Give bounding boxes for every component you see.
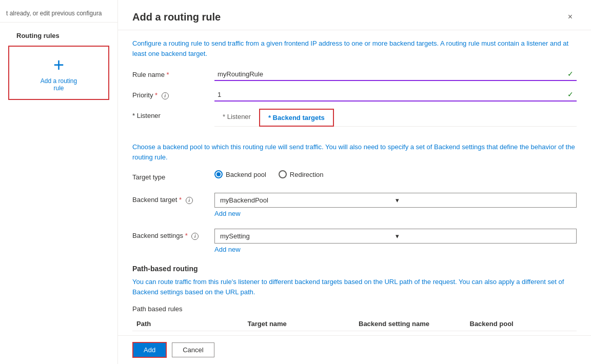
rule-name-row: Rule name * myRoutingRule ✓	[132, 68, 577, 81]
tabs-row: * Listener * Listener * Backend targets	[132, 109, 577, 135]
redirection-radio-label: Redirection	[290, 171, 324, 178]
rule-name-label: Rule name *	[132, 68, 214, 78]
backend-settings-dropdown[interactable]: mySetting ▾	[214, 229, 577, 244]
check-icon: ✓	[567, 70, 574, 78]
dialog-footer: Add Cancel	[118, 335, 591, 364]
priority-input-wrapper[interactable]: 1 ✓	[214, 88, 577, 102]
priority-control: 1 ✓	[214, 88, 577, 102]
redirection-radio-circle	[279, 170, 287, 178]
col-target-name: Target name	[244, 320, 355, 328]
add-routing-rule-card[interactable]: + Add a routingrule	[8, 46, 109, 100]
dialog: Add a routing rule × Configure a routing…	[118, 0, 591, 364]
backend-settings-control: mySetting ▾ Add new	[214, 229, 577, 257]
col-path: Path	[132, 320, 244, 328]
tab-container: * Listener * Backend targets	[214, 109, 577, 127]
redirection-radio[interactable]: Redirection	[279, 170, 324, 178]
backend-description: Choose a backend pool to which this rout…	[132, 142, 577, 162]
dialog-body: Configure a routing rule to send traffic…	[118, 30, 591, 335]
backend-target-label: Backend target * i	[132, 193, 214, 204]
listener-label: * Listener	[132, 109, 214, 119]
backend-target-control: myBackendPool ▾ Add new	[214, 193, 577, 221]
priority-info-icon[interactable]: i	[162, 92, 169, 99]
priority-row: Priority * i 1 ✓	[132, 88, 577, 102]
path-based-rules-label: Path based rules	[132, 305, 577, 313]
col-backend-setting: Backend setting name	[354, 320, 466, 328]
backend-settings-arrow-icon: ▾	[396, 232, 571, 240]
backend-target-info-icon[interactable]: i	[186, 197, 193, 204]
routing-rules-title: Routing rules	[8, 28, 109, 42]
backend-pool-radio-label: Backend pool	[226, 171, 266, 178]
path-routing-title: Path-based routing	[132, 265, 577, 273]
priority-input[interactable]: 1	[218, 91, 567, 98]
tab-backend-targets[interactable]: * Backend targets	[259, 109, 334, 127]
tab-listener[interactable]: * Listener	[214, 109, 259, 127]
add-button[interactable]: Add	[132, 342, 167, 358]
backend-pool-radio[interactable]: Backend pool	[214, 170, 266, 178]
tabs-area: * Listener * Backend targets	[214, 109, 577, 135]
backend-targets-section: Choose a backend pool to which this rout…	[132, 142, 577, 331]
backend-target-arrow-icon: ▾	[396, 196, 571, 204]
sidebar-truncated-text: t already, or edit previous configura	[0, 5, 117, 23]
add-new-backend-link[interactable]: Add new	[214, 210, 577, 217]
priority-check-icon: ✓	[567, 90, 574, 98]
rule-name-control: myRoutingRule ✓	[214, 68, 577, 81]
main-panel: Add a routing rule × Configure a routing…	[118, 0, 591, 364]
add-new-settings-link[interactable]: Add new	[214, 246, 577, 253]
target-type-control: Backend pool Redirection	[214, 170, 577, 186]
target-type-label: Target type	[132, 170, 214, 181]
priority-label: Priority * i	[132, 88, 214, 99]
dialog-title: Add a routing rule	[132, 11, 221, 23]
col-backend-pool: Backend pool	[466, 320, 577, 328]
target-type-row: Target type Backend pool Redirection	[132, 170, 577, 186]
table-header: Path Target name Backend setting name Ba…	[132, 317, 577, 331]
backend-target-row: Backend target * i myBackendPool ▾ Add n…	[132, 193, 577, 221]
path-routing-desc: You can route traffic from this rule's l…	[132, 277, 577, 297]
path-based-section: Path-based routing You can route traffic…	[132, 265, 577, 331]
dialog-description: Configure a routing rule to send traffic…	[132, 38, 577, 58]
radio-group: Backend pool Redirection	[214, 170, 577, 178]
cancel-button[interactable]: Cancel	[172, 342, 214, 357]
backend-settings-value: mySetting	[220, 232, 396, 240]
backend-settings-label: Backend settings * i	[132, 229, 214, 240]
backend-settings-info-icon[interactable]: i	[191, 233, 199, 240]
sidebar: t already, or edit previous configura Ro…	[0, 0, 118, 364]
dialog-header: Add a routing rule ×	[118, 0, 591, 30]
add-icon: +	[53, 56, 64, 74]
close-button[interactable]: ×	[564, 10, 577, 24]
rule-name-input[interactable]: myRoutingRule	[218, 70, 567, 78]
add-rule-label: Add a routingrule	[41, 77, 77, 92]
rule-name-input-wrapper[interactable]: myRoutingRule ✓	[214, 68, 577, 81]
backend-target-value: myBackendPool	[220, 196, 396, 204]
backend-settings-row: Backend settings * i mySetting ▾ Add new	[132, 229, 577, 257]
backend-target-dropdown[interactable]: myBackendPool ▾	[214, 193, 577, 208]
backend-pool-radio-circle	[214, 170, 223, 178]
